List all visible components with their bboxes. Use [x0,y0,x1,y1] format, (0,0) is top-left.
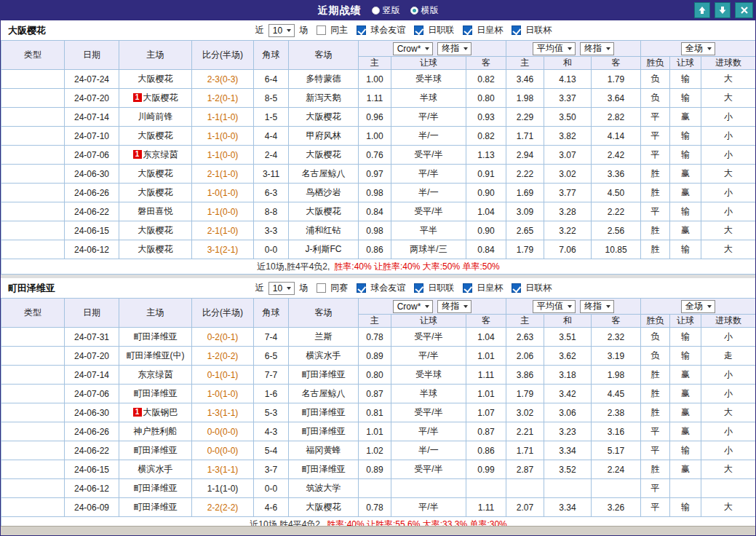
league-checkbox-3[interactable] [512,25,521,35]
league-cell: 日职联 [1,89,65,108]
same-condition-checkbox[interactable] [317,283,326,293]
odds-cell: 0.93 [466,108,506,127]
away-team-cell: 大阪樱花 [289,108,359,127]
odds-cell: 受平/半 [391,403,466,422]
results-table: 类型日期主场比分(半场)角球客场Crow*终指平均值终指全场主让球客主和客胜负让… [1,298,756,532]
league-checkbox-2[interactable] [463,25,472,35]
away-team-cell: 浦和红钻 [289,221,359,240]
home-team-name: 横滨水手 [138,464,173,474]
odds-cell: 0.98 [359,184,391,202]
away-team-name: 大阪樱花 [306,149,341,159]
average-odds-cell: 1.79 [592,70,641,89]
score-cell: 2-1(1-0) [192,165,254,184]
league-checkbox-1[interactable] [414,25,423,35]
average-select[interactable]: 平均值 [533,300,576,313]
result-cell: 胜 [641,184,670,202]
odds-final-select[interactable]: 终指 [437,300,471,313]
odds-final-select[interactable]: 终指 [437,42,471,55]
league-checkbox-3[interactable] [512,283,521,293]
odds-cell: 0.90 [466,184,506,202]
chevron-down-icon [463,47,468,50]
result-cell: 赢 [670,366,701,385]
home-team-name: 町田泽维亚(中) [127,350,185,360]
odds-cell: 0.90 [466,221,506,240]
corners-cell: 0-0 [254,240,289,259]
average-odds-cell: 3.50 [544,108,592,127]
date-cell: 24-07-14 [65,366,119,385]
average-select[interactable]: 平均值 [533,42,576,55]
odds-cell: 0.87 [466,422,506,441]
odds-cell: 0.91 [466,165,506,184]
team-section: 近10场同赛球会友谊日职联日皇杯日联杯町田泽维亚类型日期主场比分(半场)角球客场… [1,275,755,532]
odds-cell: 半/一 [391,441,466,460]
column-header: 让球 [391,57,466,70]
league-checkbox-2[interactable] [463,283,472,293]
away-team-cell: 新泻天鹅 [289,89,359,108]
scroll-down-button[interactable] [715,2,731,18]
average-odds-cell: 3.62 [544,347,592,366]
scope-select[interactable]: 全场 [681,42,715,55]
result-cell: 赢 [670,184,701,202]
match-count-select[interactable]: 10 [268,24,295,37]
average-select-value: 平均值 [537,42,563,55]
odds-company-select[interactable]: Crow* [393,300,434,313]
close-button[interactable] [735,2,753,18]
league-cell: 日职联 [1,366,65,385]
result-cell: 输 [670,498,701,517]
match-row: 球会友谊24-07-31町田泽维亚0-2(0-1)7-4兰斯0.78受平/半1.… [1,328,756,347]
average-odds-cell: 3.46 [506,70,544,89]
scope-select[interactable]: 全场 [681,300,715,313]
match-row: 日职联24-06-30大阪樱花2-1(1-0)3-11名古屋鲸八0.97平/半0… [1,165,756,184]
score-cell: 1-1(0-0) [192,146,254,165]
average-odds-cell: 1.79 [506,385,544,403]
league-cell: 日职联 [1,422,65,441]
section-header: 近10场同赛球会友谊日职联日皇杯日联杯町田泽维亚 [1,278,755,298]
match-count-select[interactable]: 10 [268,282,295,295]
average-odds-cell: 5.17 [592,441,641,460]
view-option-vertical[interactable]: 竖版 [372,4,400,17]
match-row: 日职联24-07-14东京绿茵0-1(0-1)7-7町田泽维亚0.80受半球1.… [1,366,756,385]
league-checkbox-0[interactable] [357,283,366,293]
home-team-cell: 町田泽维亚 [119,498,192,517]
odds-company-select-value: Crow* [397,302,421,312]
corners-cell: 4-4 [254,127,289,146]
red-card-badge: 1 [133,93,142,102]
league-checkbox-1[interactable] [414,283,423,293]
date-cell: 24-06-15 [65,221,119,240]
column-header: 类型 [1,41,65,70]
away-team-name: 町田泽维亚 [302,407,346,417]
date-cell: 24-06-22 [65,202,119,221]
league-cell: 日皇杯 [1,479,65,498]
home-team-cell: 磐田喜悦 [119,202,192,221]
league-checkbox-0[interactable] [357,25,366,35]
match-row: 日职联24-07-20町田泽维亚(中)1-2(0-2)6-5横滨水手0.89平/… [1,347,756,366]
result-cell: 小 [701,385,756,403]
corners-cell: 2-4 [254,146,289,165]
column-header: 和 [544,315,592,328]
average-odds-cell: 1.79 [506,240,544,259]
corners-cell: 6-5 [254,347,289,366]
odds-cell: 0.82 [466,70,506,89]
horizontal-scrollbar[interactable] [1,526,755,535]
column-header: 比分(半场) [192,299,254,328]
result-cell: 输 [670,146,701,165]
average-final-select[interactable]: 终指 [580,42,614,55]
average-group-header: 平均值终指 [506,41,641,57]
result-cell: 大 [701,165,756,184]
result-cell: 输 [670,347,701,366]
corners-cell: 6-4 [254,70,289,89]
result-cell: 小 [701,108,756,127]
scroll-up-button[interactable] [694,2,710,18]
away-team-name: 大阪樱花 [306,111,341,122]
odds-company-select[interactable]: Crow* [393,42,434,55]
same-condition-checkbox[interactable] [317,25,326,35]
corners-cell: 7-7 [254,366,289,385]
home-team-name: 大阪樱花 [138,130,173,141]
view-option-horizontal[interactable]: 横版 [410,4,439,17]
average-final-select[interactable]: 终指 [580,300,614,313]
average-final-select-value: 终指 [584,42,602,55]
away-team-name: 町田泽维亚 [302,464,346,474]
average-odds-cell: 3.18 [544,366,592,385]
odds-cell: 0.96 [359,108,391,127]
window-title: 近期战绩 [318,4,362,17]
